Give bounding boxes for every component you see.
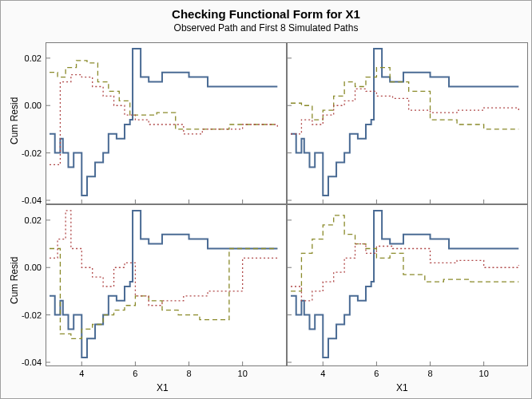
svg-text:10: 10 <box>238 369 248 378</box>
y-axis-label-row2: Cum Resid <box>9 257 20 304</box>
svg-text:-0.02: -0.02 <box>22 148 42 158</box>
x-axis-label-col2: X1 <box>396 382 408 393</box>
chart-root: Checking Functional Form for X1 Observed… <box>0 0 532 399</box>
panel-top-left: -0.04-0.020.000.02 <box>46 42 287 204</box>
svg-text:0.00: 0.00 <box>25 263 42 272</box>
series-sim-8 <box>291 244 518 301</box>
svg-text:-0.04: -0.04 <box>22 358 42 367</box>
x-axis-label-col1: X1 <box>157 382 169 393</box>
series-sim-3 <box>291 68 518 129</box>
series-sim-6 <box>50 211 277 306</box>
plot-svg: -0.04-0.020.000.0246810 <box>46 205 286 365</box>
svg-text:0.02: 0.02 <box>25 215 42 225</box>
series-sim-5 <box>50 248 277 338</box>
svg-text:8: 8 <box>427 369 432 378</box>
svg-text:8: 8 <box>186 369 191 378</box>
svg-text:6: 6 <box>133 369 137 378</box>
chart-title: Checking Functional Form for X1 <box>1 7 531 21</box>
svg-text:10: 10 <box>479 369 489 378</box>
chart-subtitle: Observed Path and First 8 Simulated Path… <box>1 22 531 34</box>
svg-text:-0.02: -0.02 <box>22 310 42 320</box>
svg-text:4: 4 <box>79 369 84 378</box>
svg-text:-0.04: -0.04 <box>22 196 42 205</box>
series-sim-4 <box>291 89 518 133</box>
svg-text:4: 4 <box>320 369 325 378</box>
panel-top-right <box>287 42 528 204</box>
svg-text:0.00: 0.00 <box>25 101 42 110</box>
series-observed <box>50 211 277 358</box>
chart-titles: Checking Functional Form for X1 Observed… <box>1 1 531 34</box>
plot-svg: 46810 <box>288 205 527 365</box>
panel-bottom-right: 46810 <box>287 204 528 366</box>
y-axis-label-row1: Cum Resid <box>9 97 20 144</box>
series-sim-2 <box>50 75 277 165</box>
series-observed <box>291 49 518 196</box>
panel-bottom-left: -0.04-0.020.000.0246810 <box>46 204 287 366</box>
series-observed <box>50 49 277 196</box>
panel-grid: -0.04-0.020.000.02 -0.04-0.020.000.02468… <box>46 42 522 366</box>
series-sim-7 <box>291 215 518 291</box>
plot-svg: -0.04-0.020.000.02 <box>46 43 286 203</box>
plot-svg <box>288 43 527 203</box>
svg-text:0.02: 0.02 <box>25 53 42 63</box>
svg-text:6: 6 <box>374 369 379 378</box>
series-sim-1 <box>50 61 277 129</box>
series-observed <box>291 211 518 358</box>
